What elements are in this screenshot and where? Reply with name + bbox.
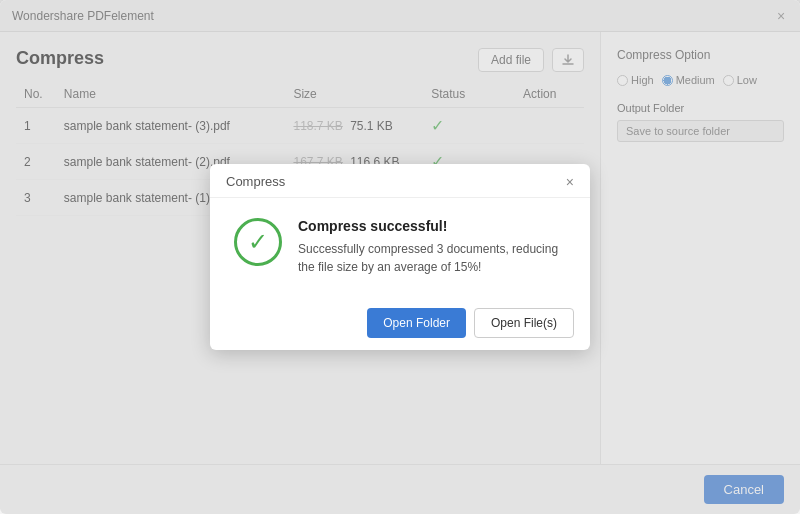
dialog-body: ✓ Compress successful! Successfully comp… — [210, 198, 590, 296]
dialog-success-body: Successfully compressed 3 documents, red… — [298, 240, 566, 276]
success-checkmark-icon: ✓ — [248, 230, 268, 254]
overlay: Compress × ✓ Compress successful! Succes… — [0, 0, 800, 514]
dialog-header: Compress × — [210, 164, 590, 198]
dialog-success-title: Compress successful! — [298, 218, 566, 234]
success-dialog: Compress × ✓ Compress successful! Succes… — [210, 164, 590, 350]
dialog-title: Compress — [226, 174, 285, 189]
dialog-close-button[interactable]: × — [566, 175, 574, 189]
open-files-button[interactable]: Open File(s) — [474, 308, 574, 338]
dialog-footer: Open Folder Open File(s) — [210, 296, 590, 350]
open-folder-button[interactable]: Open Folder — [367, 308, 466, 338]
success-icon-wrap: ✓ — [234, 218, 282, 266]
main-window: Wondershare PDFelement × Compress Add fi… — [0, 0, 800, 514]
dialog-message: Compress successful! Successfully compre… — [298, 218, 566, 276]
